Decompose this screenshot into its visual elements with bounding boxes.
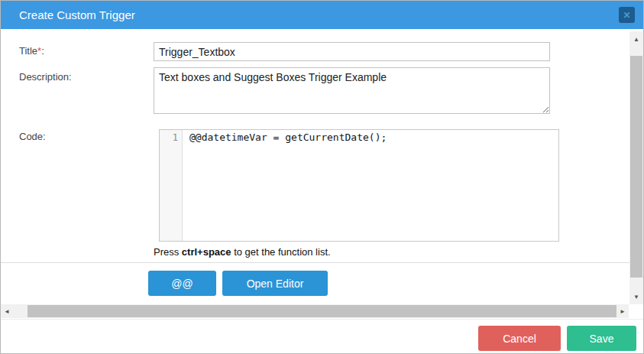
horizontal-scrollbar[interactable]: ◄ ►	[1, 304, 629, 318]
code-gutter: 1	[160, 130, 183, 241]
code-label: Code:	[19, 131, 46, 142]
code-line[interactable]: @@datetimeVar = getCurrentDate();	[183, 130, 558, 241]
scroll-up-icon[interactable]: ▲	[629, 33, 643, 45]
line-number: 1	[160, 132, 178, 143]
close-icon: ✕	[623, 11, 630, 20]
vertical-scrollbar[interactable]: ▲ ▼	[629, 31, 643, 304]
title-label: Title*:	[19, 45, 44, 57]
cancel-button[interactable]: Cancel	[478, 326, 561, 351]
save-button[interactable]: Save	[567, 326, 636, 351]
vertical-scrollbar-thumb[interactable]	[630, 56, 642, 278]
code-editor[interactable]: 1 @@datetimeVar = getCurrentDate();	[159, 129, 559, 242]
hint-text: Press ctrl+space to get the function lis…	[154, 246, 331, 258]
description-label: Description:	[19, 71, 72, 83]
scroll-left-icon[interactable]: ◄	[1, 304, 13, 318]
title-input[interactable]	[154, 42, 550, 61]
divider	[1, 262, 629, 263]
scroll-right-icon[interactable]: ►	[616, 304, 629, 318]
dialog-title: Create Custom Trigger	[19, 8, 135, 21]
close-button[interactable]: ✕	[619, 7, 635, 23]
open-editor-button[interactable]: Open Editor	[222, 271, 328, 296]
dialog-footer: Cancel Save	[1, 319, 643, 354]
dialog-header: Create Custom Trigger ✕	[1, 1, 643, 29]
horizontal-scrollbar-thumb[interactable]	[28, 305, 616, 317]
create-custom-trigger-dialog: Create Custom Trigger ✕ Title*: Descript…	[0, 0, 644, 354]
scroll-down-icon[interactable]: ▼	[629, 291, 643, 303]
at-variables-button[interactable]: @@	[148, 271, 216, 296]
description-textarea[interactable]: Text boxes and Suggest Boxes Trigger Exa…	[154, 67, 550, 114]
hint-shortcut: ctrl+space	[182, 246, 231, 258]
